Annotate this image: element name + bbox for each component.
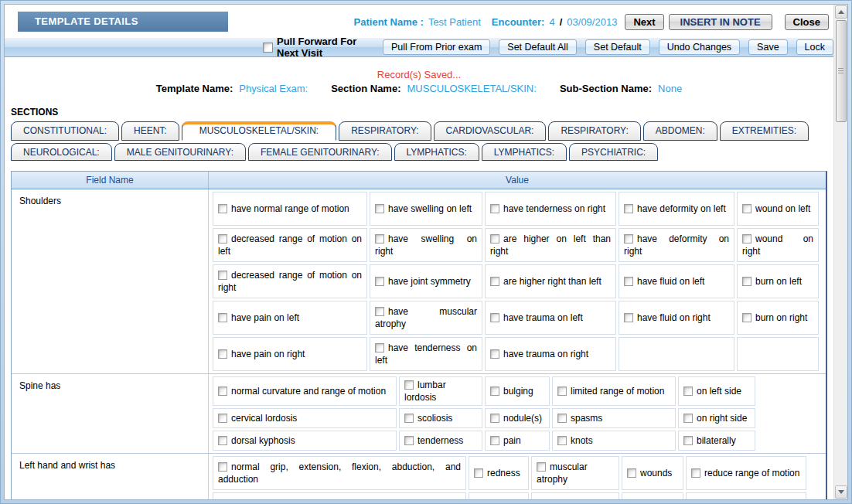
- tab-lymphatics[interactable]: LYMPHATICS:: [482, 143, 567, 161]
- checkbox-have-deformity-on-right[interactable]: [624, 234, 633, 243]
- encounter-number: 4: [549, 16, 554, 28]
- insert-in-note-button[interactable]: INSERT IN NOTE: [669, 14, 772, 30]
- main-content: TEMPLATE DETAILS Patient Name : Test Pat…: [5, 5, 833, 499]
- field-name-shoulders: Shoulders: [12, 189, 209, 373]
- tab-male-genitourinary[interactable]: MALE GENITOURINARY:: [114, 143, 246, 161]
- tab-musculoskeletal-skin[interactable]: MUSCULOSKELETAL/SKIN:: [182, 121, 337, 141]
- toolbar-button-undo-changes[interactable]: Undo Changes: [659, 39, 740, 55]
- checkbox-have-pain-on-right[interactable]: [218, 349, 227, 359]
- checkbox-decreased-range-of-motion-on-right[interactable]: [218, 271, 227, 280]
- option-text: are higher on left than right: [490, 233, 611, 257]
- vertical-scrollbar[interactable]: [833, 5, 847, 499]
- checkbox-are-higher-on-left-than-right[interactable]: [490, 234, 499, 243]
- option-cell-cervical-lordosis: cervical lordosis: [213, 408, 397, 428]
- option-text: have normal range of motion: [218, 203, 362, 215]
- next-button[interactable]: Next: [625, 14, 663, 30]
- option-cell-on-right-side: on right side: [678, 408, 755, 428]
- tab-psychiatric[interactable]: PSYCHIATRIC:: [569, 143, 658, 161]
- checkbox-have-fluid-on-left[interactable]: [624, 277, 633, 286]
- checkbox-have-deformity-on-left[interactable]: [624, 204, 633, 213]
- checkbox-knots[interactable]: [557, 436, 567, 445]
- option-label: have fluid on right: [637, 312, 711, 323]
- option-cell-have-deformity-on-right: have deformity on right: [619, 228, 734, 262]
- option-cell-blank: [469, 492, 529, 499]
- checkbox-burn-on-left[interactable]: [742, 277, 751, 286]
- checkbox-tenderness[interactable]: [404, 436, 414, 445]
- checkbox-normal-curvature-and-range-of-motion[interactable]: [218, 387, 227, 396]
- checkbox-decreased-range-of-motion-on-left[interactable]: [218, 234, 227, 243]
- checkbox-have-trauma-on-right[interactable]: [490, 349, 499, 359]
- checkbox-cervical-lordosis[interactable]: [218, 414, 227, 423]
- option-grid: have normal range of motionhave swelling…: [213, 192, 822, 371]
- close-button[interactable]: Close: [785, 14, 829, 30]
- toolbar-buttons: Pull From Prior examSet Default AllSet D…: [383, 39, 833, 55]
- checkbox-scoliosis[interactable]: [404, 414, 414, 423]
- checkbox-burn-on-right[interactable]: [742, 313, 751, 322]
- checkbox-have-joint-symmetry[interactable]: [375, 277, 384, 286]
- checkbox-muscular-atrophy[interactable]: [537, 462, 546, 472]
- option-text: burn on right: [742, 312, 813, 324]
- tab-respiratory[interactable]: RESPIRATORY:: [548, 121, 640, 141]
- checkbox-bilaterally[interactable]: [683, 436, 693, 445]
- option-cell-have-trauma-on-left: have trauma on left: [485, 301, 616, 335]
- checkbox-have-pain-on-left[interactable]: [218, 313, 227, 322]
- checkbox-have-tenderness-on-left[interactable]: [375, 343, 384, 352]
- template-name-label: Template Name:: [156, 83, 233, 94]
- option-label: tenderness: [417, 435, 463, 446]
- option-text: cervical lordosis: [218, 412, 391, 424]
- tab-lymphatics[interactable]: LYMPHATICS:: [394, 143, 479, 161]
- option-cell-have-pain-on-right: have pain on right: [213, 337, 367, 371]
- option-text: have trauma on right: [490, 348, 611, 360]
- checkbox-pain[interactable]: [490, 436, 499, 445]
- checkbox-wound-on-left[interactable]: [742, 204, 751, 213]
- option-label: on right side: [697, 413, 747, 424]
- scrollbar-thumb[interactable]: [836, 20, 847, 122]
- pull-forward-checkbox[interactable]: [263, 43, 273, 53]
- checkbox-have-trauma-on-left[interactable]: [490, 313, 499, 322]
- checkbox-are-higher-right-than-left[interactable]: [490, 277, 499, 286]
- toolbar-button-lock[interactable]: Lock: [796, 39, 833, 55]
- tab-heent[interactable]: HEENT:: [121, 121, 179, 141]
- option-label: on left side: [697, 386, 741, 397]
- checkbox-lumbar-lordosis[interactable]: [404, 380, 414, 390]
- option-label: knots: [571, 435, 593, 446]
- checkbox-have-muscular-atrophy[interactable]: [375, 307, 384, 316]
- tab-respiratory[interactable]: RESPIRATORY:: [339, 121, 431, 141]
- checkbox-on-right-side[interactable]: [683, 414, 693, 423]
- option-text: bilaterally: [683, 434, 750, 447]
- checkbox-bulging[interactable]: [490, 387, 499, 396]
- option-cell-blank: [213, 492, 466, 499]
- checkbox-limited-range-of-motion[interactable]: [557, 387, 567, 396]
- tab-constitutional[interactable]: CONSTITUTIONAL:: [11, 121, 119, 141]
- checkbox-have-normal-range-of-motion[interactable]: [218, 204, 227, 213]
- toolbar-button-set-default[interactable]: Set Default: [585, 39, 650, 55]
- checkbox-wound-on-right[interactable]: [742, 234, 751, 243]
- checkbox-have-swelling-on-right[interactable]: [375, 234, 384, 243]
- tab-extremities[interactable]: EXTREMITIES:: [720, 121, 809, 141]
- tab-neurological[interactable]: NEUROLOGICAL:: [11, 143, 112, 161]
- checkbox-wounds[interactable]: [627, 468, 636, 478]
- scroll-up-button[interactable]: [835, 5, 847, 19]
- checkbox-have-fluid-on-right[interactable]: [624, 313, 633, 322]
- checkbox-redness[interactable]: [474, 468, 483, 478]
- tab-female-genitourinary[interactable]: FEMALE GENITOURINARY:: [248, 143, 392, 161]
- option-cell-blank: [622, 492, 683, 499]
- tab-cardiovascular[interactable]: CARDIOVASCULAR:: [434, 121, 547, 141]
- toolbar-button-pull-from-prior-exam[interactable]: Pull From Prior exam: [383, 39, 490, 55]
- checkbox-on-left-side[interactable]: [683, 387, 693, 396]
- option-label: bulging: [503, 386, 533, 397]
- checkbox-spasms[interactable]: [557, 414, 567, 423]
- toolbar-button-set-default-all[interactable]: Set Default All: [499, 39, 577, 55]
- checkbox-have-tenderness-on-right[interactable]: [490, 204, 499, 213]
- option-text: have swelling on right: [375, 233, 477, 257]
- checkbox-nodule-s[interactable]: [490, 414, 499, 423]
- toolbar-button-save[interactable]: Save: [748, 39, 788, 55]
- option-cell-have-normal-range-of-motion: have normal range of motion: [213, 192, 367, 226]
- option-cell-redness: redness: [469, 456, 529, 490]
- checkbox-dorsal-kyphosis[interactable]: [218, 436, 227, 445]
- checkbox-normal-grip-extension-flexion-abduction-and-adduction[interactable]: [218, 462, 227, 472]
- checkbox-have-swelling-on-left[interactable]: [375, 204, 384, 213]
- checkbox-reduce-range-of-motion[interactable]: [691, 468, 700, 478]
- tab-abdomen[interactable]: ABDOMEN:: [643, 121, 717, 141]
- scroll-down-button[interactable]: [835, 485, 847, 499]
